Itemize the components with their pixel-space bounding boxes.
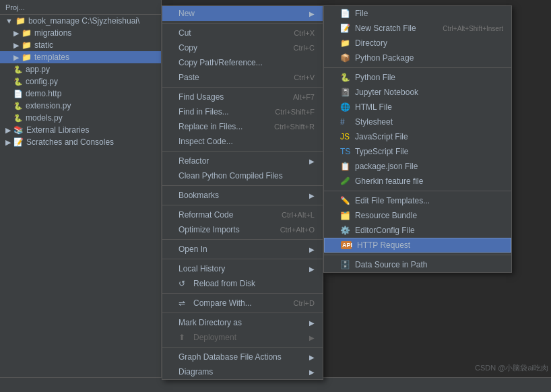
- submenu-arrow-icon-4: ▶: [309, 246, 315, 253]
- menu-item-refactor[interactable]: Refactor ▶: [162, 154, 323, 168]
- submenu-bundle-label: Resource Bundle: [355, 211, 417, 220]
- compare-icon: ⇌: [179, 298, 189, 308]
- gherkin-icon: 🥒: [340, 176, 351, 186]
- menu-item-compare[interactable]: ⇌ Compare With... Ctrl+D: [162, 296, 323, 311]
- submenu-separator-3: [324, 255, 511, 255]
- css-icon: #: [340, 117, 351, 127]
- menu-item-find-usages[interactable]: Find Usages Alt+F7: [162, 90, 323, 104]
- menu-compare-shortcut: Ctrl+D: [294, 299, 315, 307]
- tree-item-demohttp[interactable]: 📄 demo.http: [0, 88, 161, 100]
- menu-copy-shortcut: Ctrl+C: [294, 44, 315, 52]
- menu-item-copy[interactable]: Copy Ctrl+C: [162, 40, 323, 55]
- tree-item-label: migrations: [34, 28, 71, 38]
- js-icon: JS: [340, 132, 351, 141]
- folder-icon: 📁: [22, 40, 32, 50]
- menu-item-graph-db[interactable]: Graph Database File Actions ▶: [162, 350, 323, 364]
- menu-openin-label: Open In: [179, 244, 207, 254]
- submenu-jupyter-label: Jupyter Notebook: [355, 88, 418, 97]
- submenu-arrow-icon-8: ▶: [309, 354, 315, 361]
- menu-item-copy-path[interactable]: Copy Path/Reference...: [162, 55, 323, 70]
- tree-item-extensionpy[interactable]: 🐍 extension.py: [0, 100, 161, 112]
- context-menu: New ▶ Cut Ctrl+X Copy Ctrl+C Copy Path/R…: [162, 5, 323, 380]
- submenu-stylesheet-label: Stylesheet: [355, 117, 393, 127]
- scratch-icon: 📝: [340, 24, 351, 33]
- tree-item-root[interactable]: ▼ 📁 book_manage C:\Sjyzheishuai\: [0, 15, 161, 27]
- submenu-separator-2: [324, 191, 511, 191]
- menu-item-reformat[interactable]: Reformat Code Ctrl+Alt+L: [162, 207, 323, 222]
- pyfile-icon: 🐍: [340, 73, 351, 82]
- project-tree-label: Proj...: [5, 3, 25, 11]
- submenu-new-stylesheet[interactable]: # Stylesheet: [324, 115, 511, 129]
- tree-item-templates[interactable]: ▶ 📁 templates: [0, 51, 161, 63]
- project-tree: Proj... ▼ 📁 book_manage C:\Sjyzheishuai\…: [0, 0, 162, 392]
- menu-item-replace[interactable]: Replace in Files... Ctrl+Shift+R: [162, 119, 323, 134]
- submenu-new-gherkin[interactable]: 🥒 Gherkin feature file: [324, 174, 511, 189]
- submenu-gherkin-label: Gherkin feature file: [355, 176, 423, 186]
- expand-icon: ▶: [13, 41, 19, 50]
- menu-item-paste[interactable]: Paste Ctrl+V: [162, 70, 323, 85]
- submenu-new-python-file[interactable]: 🐍 Python File: [324, 70, 511, 85]
- tree-item-migrations[interactable]: ▶ 📁 migrations: [0, 27, 161, 39]
- menu-separator-7: [162, 259, 323, 259]
- folder-icon: 📁: [15, 16, 26, 26]
- templates-icon: ✏️: [340, 196, 351, 205]
- menu-refactor-label: Refactor: [179, 156, 209, 166]
- tree-item-modelspy[interactable]: 🐍 models.py: [0, 112, 161, 124]
- menu-item-clean-compiled[interactable]: Clean Python Compiled Files: [162, 168, 323, 183]
- folder-icon: 📁: [22, 28, 32, 38]
- menu-item-cut[interactable]: Cut Ctrl+X: [162, 26, 323, 40]
- submenu-editorconfig[interactable]: ⚙️ EditorConfig File: [324, 223, 511, 238]
- menu-item-open-in[interactable]: Open In ▶: [162, 242, 323, 257]
- menu-item-reload[interactable]: ↺ Reload from Disk: [162, 276, 323, 291]
- submenu-edittemplates-label: Edit File Templates...: [355, 196, 430, 205]
- package-icon: 📦: [340, 53, 351, 63]
- menu-findusages-label: Find Usages: [179, 92, 224, 102]
- submenu-datasource[interactable]: 🗄️ Data Source in Path: [324, 257, 511, 272]
- submenu-arrow-icon-3: ▶: [309, 192, 315, 199]
- menu-separator: [162, 23, 323, 24]
- submenu-js-label: JavaScript File: [355, 132, 408, 141]
- submenu-new-ts[interactable]: TS TypeScript File: [324, 144, 511, 159]
- submenu-new-file[interactable]: 📄 File: [324, 6, 511, 21]
- submenu-new-jupyter[interactable]: 📓 Jupyter Notebook: [324, 85, 511, 100]
- submenu-new-scratch[interactable]: 📝 New Scratch File Ctrl+Alt+Shift+Insert: [324, 21, 511, 36]
- submenu-new-python-package[interactable]: 📦 Python Package: [324, 51, 511, 65]
- html-icon: 🌐: [340, 102, 351, 112]
- menu-item-new[interactable]: New ▶: [162, 6, 323, 21]
- menu-item-diagrams[interactable]: Diagrams ▶: [162, 364, 323, 379]
- submenu-resource-bundle[interactable]: 🗂️ Resource Bundle: [324, 208, 511, 223]
- submenu-new-html[interactable]: 🌐 HTML File: [324, 100, 511, 115]
- submenu-edit-templates[interactable]: ✏️ Edit File Templates...: [324, 193, 511, 208]
- menu-item-optimize[interactable]: Optimize Imports Ctrl+Alt+O: [162, 222, 323, 237]
- tree-item-configpy[interactable]: 🐍 config.py: [0, 75, 161, 88]
- folder-icon: 📝: [13, 137, 24, 147]
- menu-item-bookmarks[interactable]: Bookmarks ▶: [162, 188, 323, 203]
- submenu-scratch-label: New Scratch File: [355, 24, 416, 33]
- reload-icon: ↺: [179, 279, 189, 288]
- menu-item-deployment[interactable]: ⬆ Deployment ▶: [162, 330, 323, 345]
- menu-item-mark-dir[interactable]: Mark Directory as ▶: [162, 315, 323, 330]
- submenu-new: 📄 File 📝 New Scratch File Ctrl+Alt+Shift…: [323, 5, 512, 273]
- menu-paste-shortcut: Ctrl+V: [294, 73, 315, 81]
- tree-item-label: config.py: [26, 77, 58, 86]
- menu-replace-label: Replace in Files...: [179, 122, 242, 131]
- submenu-package-label: Python Package: [355, 53, 414, 63]
- menu-item-local-history[interactable]: Local History ▶: [162, 261, 323, 276]
- tree-item-apppy[interactable]: 🐍 app.py: [0, 63, 161, 75]
- submenu-new-js[interactable]: JS JavaScript File: [324, 129, 511, 144]
- menu-separator-2: [162, 87, 323, 88]
- submenu-new-directory[interactable]: 📁 Directory: [324, 36, 511, 51]
- tree-item-static[interactable]: ▶ 📁 static: [0, 39, 161, 51]
- submenu-http-request[interactable]: API HTTP Request: [324, 238, 511, 253]
- menu-findinfiles-label: Find in Files...: [179, 107, 229, 117]
- tree-item-scratches[interactable]: ▶ 📝 Scratches and Consoles: [0, 136, 161, 148]
- submenu-new-package-json[interactable]: 📋 package.json File: [324, 159, 511, 174]
- submenu-httprequest-label: HTTP Request: [357, 240, 410, 250]
- menu-bookmarks-label: Bookmarks: [179, 191, 219, 200]
- submenu-pyfile-label: Python File: [355, 73, 395, 82]
- submenu-arrow-icon: ▶: [309, 10, 315, 18]
- menu-item-find-in-files[interactable]: Find in Files... Ctrl+Shift+F: [162, 104, 323, 119]
- menu-item-inspect[interactable]: Inspect Code...: [162, 134, 323, 149]
- tree-item-external-libs[interactable]: ▶ 📚 External Libraries: [0, 124, 161, 136]
- menu-cleancompiled-label: Clean Python Compiled Files: [179, 171, 283, 181]
